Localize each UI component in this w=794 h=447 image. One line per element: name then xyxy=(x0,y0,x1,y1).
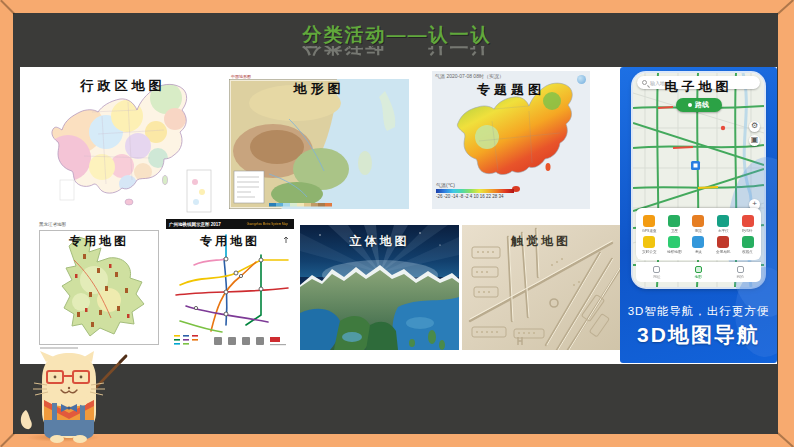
topo-map-corner-title: 中国地形图 xyxy=(231,74,251,79)
metro-map-label: 专用地图 xyxy=(166,233,294,250)
map-card-thematic: 气温 2020-07-08 08时（实况） 专题题图 气温(℃) xyxy=(432,71,590,209)
cat-eye-left xyxy=(54,376,57,379)
area-map-label: 专用地图 xyxy=(35,233,163,250)
altitude-icon xyxy=(692,236,704,248)
thematic-map-header: 气温 2020-07-08 08时（实况） xyxy=(435,73,504,79)
cat-tail xyxy=(21,410,32,429)
cat-nose xyxy=(68,387,70,389)
app-icon-cell: 地铁地图 xyxy=(662,236,687,254)
settings-icon: ⚙ xyxy=(749,121,760,132)
ruler-icon xyxy=(692,215,704,227)
app-icon-cell: 海拔 xyxy=(686,236,711,254)
slide-title: 分类活动——认一认 xyxy=(303,24,492,45)
app-icon-cell: GPS速查 xyxy=(637,215,662,233)
profile-icon xyxy=(737,266,744,273)
thematic-map-label: 专题题图 xyxy=(432,81,590,99)
electronic-map-label: 电子地图 xyxy=(633,78,764,96)
satellite-icon xyxy=(668,215,680,227)
nav-item-nearby: 附近 xyxy=(653,266,661,279)
app-icon-cell: 测距 xyxy=(686,215,711,233)
app-icon-cell: 全景相机 xyxy=(711,236,736,254)
compass-icon xyxy=(742,215,754,227)
map-card-tactile: 触觉地图 xyxy=(462,225,620,350)
app-icon-cell: 水平仪 xyxy=(711,215,736,233)
route-button-label: 路线 xyxy=(695,100,709,110)
slide-title-reflection: 分类活动——认一认 xyxy=(0,46,794,59)
area-map-footnote xyxy=(40,347,78,349)
nav-item-map: 地图 xyxy=(694,266,702,279)
frame-miter-top-left xyxy=(0,0,15,14)
map-card-special-area: 黑龙江省地图 专用地图 xyxy=(35,220,163,352)
bus-icon xyxy=(643,236,655,248)
app-icon-cell: 实时公交 xyxy=(637,236,662,254)
metro-map-title: 广州地铁线网示意图 2017 xyxy=(169,222,221,227)
app-icon-grid: GPS速查 卫星 测距 水平仪 指南针 实时公交 地铁地图 海拔 全景相机 收藏… xyxy=(636,208,761,260)
cat-foot-right xyxy=(73,435,87,443)
electronic-map-tagline: 3D智能导航，出行更方便 xyxy=(620,304,777,319)
metro-map-title-en: Guangzhou Metro System Map xyxy=(246,222,287,225)
stereo-map-label: 立体地图 xyxy=(300,233,459,250)
route-button: 路线 xyxy=(676,98,722,112)
legend-colorbar xyxy=(436,189,514,193)
map-card-electronic: 输入地址 电子地图 路线 ⚙ ▣ + − GPS速查 卫星 测距 水平仪 指南针… xyxy=(620,67,777,363)
frame-miter-bottom-left xyxy=(0,433,15,447)
layers-icon: ▣ xyxy=(749,135,760,146)
favorite-icon xyxy=(742,236,754,248)
map-card-stereo: 立体地图 xyxy=(300,225,459,350)
legend-title: 气温(℃) xyxy=(436,182,514,188)
panorama-icon xyxy=(717,236,729,248)
cat-foot-left xyxy=(50,435,64,443)
map-icon xyxy=(695,266,702,273)
frame-miter-top-right xyxy=(777,0,794,15)
legend-ticks: -26 -20 -14 -8 -2 4 10 16 22 28 34 xyxy=(436,194,514,199)
app-icon-cell: 指南针 xyxy=(735,215,760,233)
app-icon-cell: 收藏点 xyxy=(735,236,760,254)
gps-icon xyxy=(643,215,655,227)
teacher-cat xyxy=(16,350,132,444)
app-icon-cell: 卫星 xyxy=(662,215,687,233)
metro-map-header: 广州地铁线网示意图 2017 Guangzhou Metro System Ma… xyxy=(166,219,294,229)
cat-suspender-right xyxy=(80,403,85,422)
cat-paw xyxy=(79,397,88,406)
cat-eye-right xyxy=(80,376,83,379)
slide-title-block: 分类活动——认一认 分类活动——认一认 xyxy=(0,22,794,59)
thematic-map-legend: 气温(℃) -26 -20 -14 -8 -2 4 10 16 22 28 34 xyxy=(436,182,514,199)
area-map-corner-title: 黑龙江省地图 xyxy=(39,222,66,227)
level-icon xyxy=(717,215,729,227)
content-panel: 行政区地图 xyxy=(20,67,777,364)
electronic-map-headline: 3D地图导航 xyxy=(620,321,777,349)
administrative-map-label: 行政区地图 xyxy=(32,77,214,95)
map-card-administrative: 行政区地图 xyxy=(32,72,214,214)
map-card-special-metro: 广州地铁线网示意图 2017 Guangzhou Metro System Ma… xyxy=(166,219,294,352)
walk-icon xyxy=(688,103,692,107)
map-card-topographic: 中国地形图 地形图 xyxy=(225,73,413,213)
frame-miter-bottom-right xyxy=(777,432,794,447)
phone-bottom-nav: 附近 地图 我的 xyxy=(636,262,761,282)
cat-suspender-left xyxy=(52,403,57,422)
topographic-map-image xyxy=(229,79,409,209)
nearby-icon xyxy=(653,266,660,273)
metro-icon xyxy=(668,236,680,248)
tactile-map-label: 触觉地图 xyxy=(462,233,620,250)
topographic-map-label: 地形图 xyxy=(225,80,413,98)
nav-item-mine: 我的 xyxy=(736,266,744,279)
